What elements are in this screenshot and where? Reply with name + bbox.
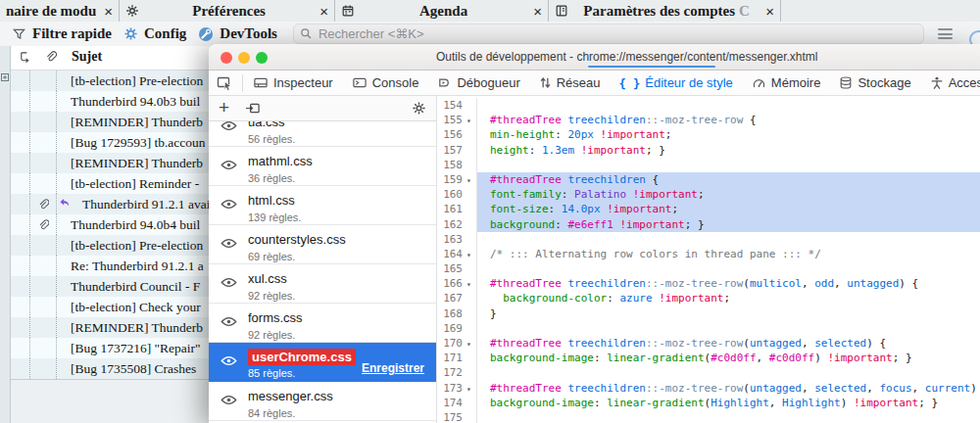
code-line[interactable]: 173▾#threadTree treechildren::-moz-tree-… — [437, 381, 980, 396]
code-line[interactable]: 161font-size: 14.0px !important; — [437, 202, 980, 216]
stylesheet-item[interactable]: mathml.css36 règles. — [209, 147, 436, 186]
thread-list-row[interactable]: [tb-election] Reminder - — [11, 173, 218, 194]
code-line[interactable]: 155▾#threadTree treechildren::-moz-tree-… — [437, 113, 980, 127]
code-line[interactable]: 170▾#threadTree treechildren::-moz-tree-… — [437, 336, 980, 351]
message-subject: Re: Thunderbird 91.2.1 a — [71, 258, 204, 274]
thread-list-row[interactable]: Re: Thunderbird 91.2.1 a — [11, 256, 218, 276]
stylesheet-item[interactable]: userChrome.css85 règles.Enregistrer — [209, 343, 436, 382]
code-line[interactable]: 174background-image: linear-gradient(Hig… — [437, 396, 980, 410]
pick-element-icon[interactable] — [217, 74, 233, 91]
thread-list-row[interactable]: [tb-election] Check your — [11, 297, 218, 317]
stylesheet-item[interactable]: messenger.css84 règles. — [209, 382, 436, 421]
thread-list-row[interactable]: Thunderbird 91.2.1 avail — [11, 194, 218, 214]
code-line[interactable]: 165 — [437, 261, 980, 276]
code-text: font-family: Palatino !important; — [477, 187, 980, 202]
toggle-visibility-eye-icon[interactable] — [220, 355, 237, 366]
toggle-visibility-eye-icon[interactable] — [220, 238, 237, 249]
thread-column-icon[interactable] — [19, 51, 31, 64]
app-menu-icon[interactable] — [938, 26, 953, 42]
close-tab-icon[interactable]: × — [319, 4, 328, 19]
line-number-gutter[interactable]: 155▾ — [437, 113, 477, 127]
toggle-visibility-eye-icon[interactable] — [220, 395, 237, 405]
code-line[interactable]: 163 — [437, 232, 980, 247]
devtools-tab-m-moire[interactable]: Mémoire — [752, 75, 821, 90]
devtools-tab-d-bogueur[interactable]: Débogueur — [437, 75, 519, 90]
toggle-visibility-eye-icon[interactable] — [220, 316, 237, 327]
code-line[interactable]: 157height: 1.3em !important; } — [437, 143, 980, 158]
attachment-cell — [30, 276, 57, 297]
code-line[interactable]: 166▾#threadTree treechildren::-moz-tree-… — [437, 276, 980, 291]
thread-list-row[interactable]: Thunderbird 94.0b4 buil — [11, 214, 218, 235]
close-tab-icon[interactable]: × — [533, 4, 542, 19]
line-number-gutter[interactable]: 159▾ — [437, 172, 477, 187]
thread-list-row[interactable]: Thunderbird 94.0b3 buil — [11, 91, 218, 112]
new-stylesheet-button[interactable]: + — [219, 98, 229, 117]
devtools-button[interactable]: DevTools — [198, 25, 277, 42]
devtools-tab-inspecteur[interactable]: Inspecteur — [253, 75, 333, 90]
import-stylesheet-icon[interactable] — [245, 101, 261, 116]
thread-list-row[interactable]: [REMINDER] Thunderb — [11, 112, 218, 132]
devtools-tab-console[interactable]: Console — [352, 75, 419, 90]
stylesheet-item[interactable]: html.css139 règles. — [209, 186, 436, 225]
close-window-button[interactable] — [220, 52, 232, 64]
css-source-editor[interactable]: 154155▾#threadTree treechildren::-moz-tr… — [437, 96, 980, 423]
tab-account-settings[interactable]: Paramètres des comptesC× — [549, 0, 781, 22]
line-number-gutter[interactable]: 173▾ — [437, 381, 477, 396]
stylesheet-item[interactable]: ua.css56 règles. — [209, 121, 436, 147]
stylesheet-item[interactable]: forms.css92 règles. — [209, 304, 436, 343]
code-line[interactable]: 154 — [437, 98, 980, 113]
stylesheet-item[interactable]: xul.css92 règles. — [209, 264, 436, 304]
code-line[interactable]: 158 — [437, 158, 980, 172]
line-number-gutter[interactable]: 164▾ — [437, 247, 477, 261]
thread-list-row[interactable]: Thunderbird Council - F — [11, 276, 218, 297]
devtools-tab--diteur-de-style[interactable]: { }Éditeur de style — [619, 74, 733, 92]
code-line[interactable]: 156min-height: 20px !important; — [437, 127, 980, 142]
code-line[interactable]: 172 — [437, 365, 980, 380]
global-search-input[interactable]: Rechercher <⌘K> — [293, 24, 924, 44]
subject-column-header[interactable]: Sujet — [72, 49, 102, 65]
line-number-gutter[interactable]: 166▾ — [437, 276, 477, 291]
devtools-titlebar[interactable]: Outils de développement - chrome://messe… — [209, 44, 980, 70]
thread-list-row[interactable]: [Bug 1735508] Crashes — [11, 358, 218, 379]
stylesheet-item[interactable]: counterstyles.css69 règles. — [209, 225, 436, 264]
replied-icon — [58, 197, 71, 210]
tab-addons-manager[interactable]: naire de modulesc× — [0, 0, 120, 22]
devtools-tab-stockage[interactable]: Stockage — [839, 75, 910, 90]
tab-agenda[interactable]: Agenda× — [335, 0, 549, 22]
toggle-visibility-eye-icon[interactable] — [220, 121, 237, 131]
code-line[interactable]: 175 — [437, 410, 980, 423]
line-number-gutter[interactable]: 170▾ — [437, 336, 477, 351]
devtools-tab-accessibilit-[interactable]: Accessibilité — [930, 75, 980, 90]
close-tab-icon[interactable]: × — [104, 4, 113, 19]
tab-preferences[interactable]: Préférences× — [120, 0, 335, 22]
toggle-visibility-eye-icon[interactable] — [220, 199, 237, 210]
toggle-visibility-eye-icon[interactable] — [220, 277, 237, 288]
thread-list-row[interactable]: [Bug 1729593] tb.accoun — [11, 132, 218, 153]
code-line[interactable]: 171background-image: linear-gradient(#c0… — [437, 351, 980, 365]
code-line[interactable]: 168} — [437, 306, 980, 321]
thread-list-row[interactable]: [tb-election] Pre-election — [11, 70, 218, 91]
code-line[interactable]: 160font-family: Palatino !important; — [437, 187, 980, 202]
tab-label: Préférences — [146, 3, 312, 20]
code-line[interactable]: 162background: #e6eff1 !important; } — [437, 217, 980, 232]
thread-list-header[interactable]: Sujet — [11, 46, 218, 70]
thread-list-row[interactable]: [REMINDER] Thunderb — [11, 153, 218, 173]
config-button[interactable]: Config — [123, 25, 186, 42]
close-tab-icon[interactable]: × — [765, 4, 774, 19]
thread-list-row[interactable]: [REMINDER] Thunderb — [11, 317, 218, 338]
thread-list: [tb-election] Pre-electionThunderbird 94… — [11, 70, 218, 379]
zoom-window-button[interactable] — [256, 52, 268, 64]
code-line[interactable]: 159▾#threadTree treechildren { — [437, 172, 980, 187]
code-line[interactable]: 167 background-color: azure !important; — [437, 291, 980, 306]
save-stylesheet-link[interactable]: Enregistrer — [362, 361, 424, 375]
minimize-window-button[interactable] — [238, 52, 250, 64]
toggle-visibility-eye-icon[interactable] — [220, 160, 237, 170]
thread-list-row[interactable]: [tb-election] Pre-election — [11, 235, 218, 256]
devtools-tab-r-seau[interactable]: Réseau — [539, 75, 601, 90]
code-line[interactable]: 169 — [437, 321, 980, 336]
code-line[interactable]: 164▾/* ::: Alternating row colors in thr… — [437, 247, 980, 261]
thread-list-row[interactable]: [Bug 1737216] "Repair" — [11, 338, 218, 358]
panel-options-gear-icon[interactable] — [412, 101, 426, 116]
attachment-column-icon[interactable] — [44, 50, 57, 64]
quick-filter-button[interactable]: Filtre rapide — [12, 25, 112, 42]
